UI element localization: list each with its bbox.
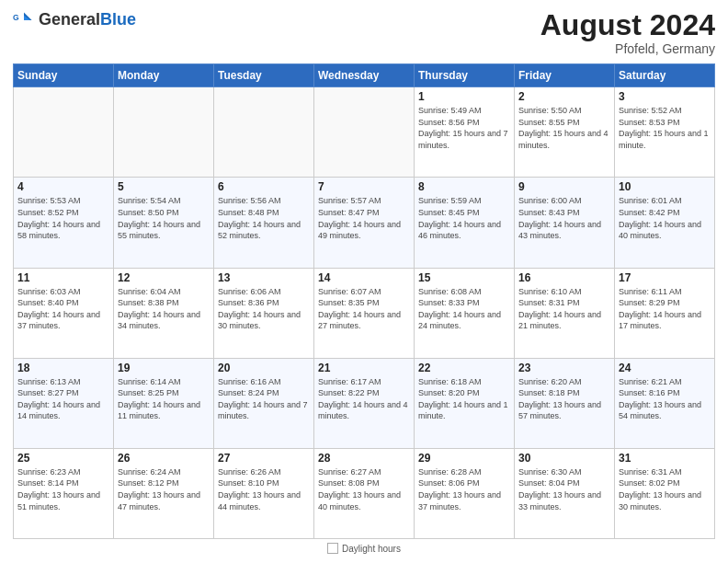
day-cell (314, 87, 415, 178)
day-cell: 18Sunrise: 6:13 AMSunset: 8:27 PMDayligh… (14, 358, 114, 448)
day-number: 28 (318, 452, 410, 465)
day-number: 12 (118, 271, 210, 284)
day-info: Sunrise: 6:03 AMSunset: 8:40 PMDaylight:… (17, 286, 109, 332)
svg-text:G: G (13, 13, 19, 22)
day-info: Sunrise: 6:18 AMSunset: 8:20 PMDaylight:… (418, 376, 510, 422)
logo-general: General (39, 11, 100, 29)
day-cell: 11Sunrise: 6:03 AMSunset: 8:40 PMDayligh… (14, 268, 114, 358)
day-cell: 31Sunrise: 6:31 AMSunset: 8:02 PMDayligh… (615, 448, 715, 538)
day-info: Sunrise: 5:50 AMSunset: 8:55 PMDaylight:… (518, 105, 610, 151)
logo-text: General Blue (39, 11, 136, 29)
col-header-sunday: Sunday (14, 64, 114, 87)
day-cell: 22Sunrise: 6:18 AMSunset: 8:20 PMDayligh… (415, 358, 515, 448)
day-number: 6 (218, 180, 310, 193)
day-number: 30 (518, 452, 610, 465)
day-number: 3 (619, 90, 711, 103)
day-info: Sunrise: 6:26 AMSunset: 8:10 PMDaylight:… (218, 466, 310, 512)
day-number: 11 (17, 271, 109, 284)
day-cell: 3Sunrise: 5:52 AMSunset: 8:53 PMDaylight… (615, 87, 715, 178)
col-header-tuesday: Tuesday (214, 64, 314, 87)
day-number: 20 (218, 362, 310, 374)
day-info: Sunrise: 6:08 AMSunset: 8:33 PMDaylight:… (418, 286, 510, 332)
day-cell: 6Sunrise: 5:56 AMSunset: 8:48 PMDaylight… (214, 178, 314, 268)
week-row-5: 25Sunrise: 6:23 AMSunset: 8:14 PMDayligh… (14, 448, 715, 538)
day-cell: 17Sunrise: 6:11 AMSunset: 8:29 PMDayligh… (615, 268, 715, 358)
week-row-2: 4Sunrise: 5:53 AMSunset: 8:52 PMDaylight… (14, 178, 715, 268)
day-cell: 24Sunrise: 6:21 AMSunset: 8:16 PMDayligh… (615, 358, 715, 448)
day-info: Sunrise: 5:49 AMSunset: 8:56 PMDaylight:… (418, 105, 510, 151)
day-number: 2 (518, 90, 610, 103)
day-info: Sunrise: 5:52 AMSunset: 8:53 PMDaylight:… (619, 105, 711, 151)
title-block: August 2024 Pfofeld, Germany (540, 9, 715, 56)
day-info: Sunrise: 6:28 AMSunset: 8:06 PMDaylight:… (418, 466, 510, 512)
week-row-4: 18Sunrise: 6:13 AMSunset: 8:27 PMDayligh… (14, 358, 715, 448)
day-info: Sunrise: 6:10 AMSunset: 8:31 PMDaylight:… (518, 286, 610, 332)
day-info: Sunrise: 6:04 AMSunset: 8:38 PMDaylight:… (118, 286, 210, 332)
day-info: Sunrise: 6:00 AMSunset: 8:43 PMDaylight:… (518, 195, 610, 241)
logo: G General Blue (13, 9, 136, 31)
day-cell: 9Sunrise: 6:00 AMSunset: 8:43 PMDaylight… (515, 178, 615, 268)
day-cell: 1Sunrise: 5:49 AMSunset: 8:56 PMDaylight… (415, 87, 515, 178)
day-cell: 21Sunrise: 6:17 AMSunset: 8:22 PMDayligh… (314, 358, 415, 448)
daylight-legend: Daylight hours (327, 543, 401, 554)
day-info: Sunrise: 6:16 AMSunset: 8:24 PMDaylight:… (218, 376, 310, 422)
day-cell: 27Sunrise: 6:26 AMSunset: 8:10 PMDayligh… (214, 448, 314, 538)
day-number: 19 (118, 362, 210, 374)
day-info: Sunrise: 6:11 AMSunset: 8:29 PMDaylight:… (619, 286, 711, 332)
day-cell: 20Sunrise: 6:16 AMSunset: 8:24 PMDayligh… (214, 358, 314, 448)
col-header-wednesday: Wednesday (314, 64, 415, 87)
day-cell: 23Sunrise: 6:20 AMSunset: 8:18 PMDayligh… (515, 358, 615, 448)
day-info: Sunrise: 6:31 AMSunset: 8:02 PMDaylight:… (619, 466, 711, 512)
header: G General Blue August 2024 Pfofeld, Germ… (13, 9, 715, 56)
day-info: Sunrise: 6:27 AMSunset: 8:08 PMDaylight:… (318, 466, 410, 512)
day-info: Sunrise: 6:13 AMSunset: 8:27 PMDaylight:… (17, 376, 109, 422)
day-info: Sunrise: 5:54 AMSunset: 8:50 PMDaylight:… (118, 195, 210, 241)
day-cell: 30Sunrise: 6:30 AMSunset: 8:04 PMDayligh… (515, 448, 615, 538)
day-cell: 29Sunrise: 6:28 AMSunset: 8:06 PMDayligh… (415, 448, 515, 538)
day-number: 9 (518, 180, 610, 193)
day-number: 22 (418, 362, 510, 374)
week-row-1: 1Sunrise: 5:49 AMSunset: 8:56 PMDaylight… (14, 87, 715, 178)
day-number: 16 (518, 271, 610, 284)
day-cell: 5Sunrise: 5:54 AMSunset: 8:50 PMDaylight… (114, 178, 214, 268)
day-info: Sunrise: 6:07 AMSunset: 8:35 PMDaylight:… (318, 286, 410, 332)
day-cell (214, 87, 314, 178)
day-number: 21 (318, 362, 410, 374)
daylight-legend-box (327, 543, 338, 554)
day-number: 25 (17, 452, 109, 465)
day-info: Sunrise: 6:21 AMSunset: 8:16 PMDaylight:… (619, 376, 711, 422)
day-number: 18 (17, 362, 109, 374)
day-number: 10 (619, 180, 711, 193)
day-number: 15 (418, 271, 510, 284)
col-header-monday: Monday (114, 64, 214, 87)
day-number: 13 (218, 271, 310, 284)
day-cell: 15Sunrise: 6:08 AMSunset: 8:33 PMDayligh… (415, 268, 515, 358)
day-cell (14, 87, 114, 178)
day-number: 26 (118, 452, 210, 465)
day-number: 23 (518, 362, 610, 374)
day-number: 27 (218, 452, 310, 465)
day-cell: 25Sunrise: 6:23 AMSunset: 8:14 PMDayligh… (14, 448, 114, 538)
col-header-thursday: Thursday (415, 64, 515, 87)
day-number: 1 (418, 90, 510, 103)
logo-icon: G (13, 9, 35, 31)
calendar: SundayMondayTuesdayWednesdayThursdayFrid… (13, 63, 715, 539)
day-number: 24 (619, 362, 711, 374)
day-number: 5 (118, 180, 210, 193)
day-info: Sunrise: 5:53 AMSunset: 8:52 PMDaylight:… (17, 195, 109, 241)
day-cell (114, 87, 214, 178)
footer: Daylight hours (13, 543, 715, 554)
day-cell: 8Sunrise: 5:59 AMSunset: 8:45 PMDaylight… (415, 178, 515, 268)
day-info: Sunrise: 6:23 AMSunset: 8:14 PMDaylight:… (17, 466, 109, 512)
day-info: Sunrise: 6:01 AMSunset: 8:42 PMDaylight:… (619, 195, 711, 241)
day-cell: 2Sunrise: 5:50 AMSunset: 8:55 PMDaylight… (515, 87, 615, 178)
day-number: 14 (318, 271, 410, 284)
logo-blue: Blue (100, 11, 136, 29)
day-number: 8 (418, 180, 510, 193)
day-cell: 19Sunrise: 6:14 AMSunset: 8:25 PMDayligh… (114, 358, 214, 448)
calendar-header-row: SundayMondayTuesdayWednesdayThursdayFrid… (14, 64, 715, 87)
day-info: Sunrise: 6:20 AMSunset: 8:18 PMDaylight:… (518, 376, 610, 422)
day-info: Sunrise: 6:24 AMSunset: 8:12 PMDaylight:… (118, 466, 210, 512)
month-year: August 2024 (540, 9, 715, 41)
day-cell: 13Sunrise: 6:06 AMSunset: 8:36 PMDayligh… (214, 268, 314, 358)
